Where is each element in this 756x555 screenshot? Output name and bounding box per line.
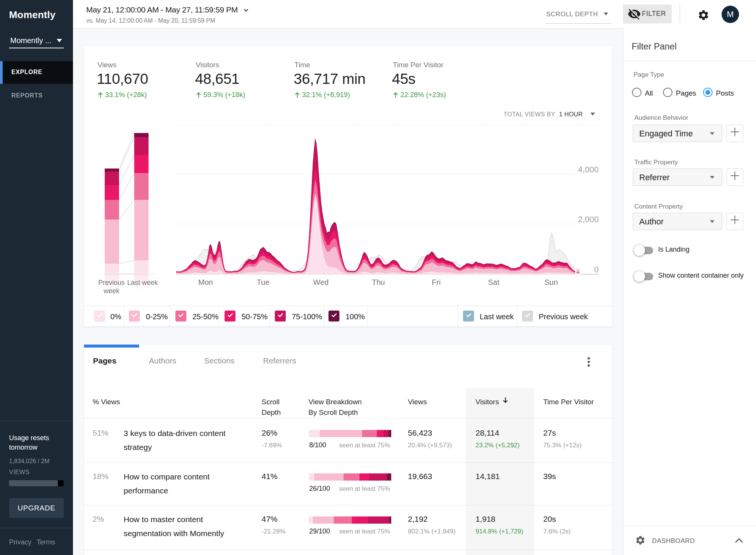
svg-text:0: 0 [594,265,599,274]
svg-text:Tue: Tue [257,278,270,286]
svg-text:Previous: Previous [98,279,125,286]
svg-text:Sat: Sat [488,278,499,286]
svg-text:Last week: Last week [127,279,158,286]
svg-text:week: week [103,287,120,295]
svg-text:Fri: Fri [432,278,440,286]
svg-text:2,000: 2,000 [578,215,599,224]
svg-text:Thu: Thu [372,278,385,286]
svg-text:Wed: Wed [313,278,329,286]
svg-text:4,000: 4,000 [578,165,599,174]
svg-text:Mon: Mon [198,278,213,286]
svg-text:Sun: Sun [544,278,558,286]
